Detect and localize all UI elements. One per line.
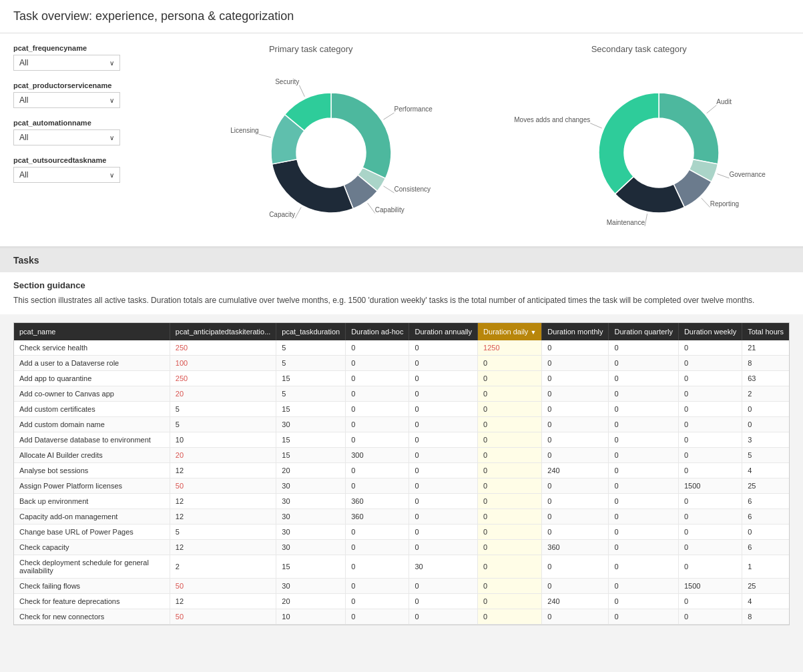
table-cell: 5 — [276, 386, 346, 402]
table-cell: 0 — [678, 463, 742, 478]
table-row: Add custom certificates5150000000 — [14, 402, 789, 417]
table-cell: 0 — [409, 371, 478, 386]
table-cell: 0 — [409, 509, 478, 525]
filters-panel: pcat_frequencynameAll∨pcat_productorserv… — [13, 44, 147, 233]
table-cell: 5 — [276, 340, 346, 356]
donut-label-3: Maintenance — [607, 219, 645, 226]
table-cell: 360 — [346, 494, 409, 509]
table-cell: 15 — [276, 555, 346, 579]
table-cell: 0 — [346, 609, 409, 625]
table-cell: 0 — [542, 525, 609, 540]
table-cell: 0 — [678, 494, 742, 509]
table-cell: 0 — [542, 448, 609, 463]
table-cell: 0 — [409, 463, 478, 478]
col-header-duration_annually[interactable]: Duration annually — [409, 323, 478, 340]
table-cell: 1250 — [478, 340, 542, 356]
table-cell: 0 — [609, 432, 678, 448]
table-cell: 0 — [542, 494, 609, 509]
table-cell: 360 — [346, 509, 409, 525]
table-cell: 0 — [478, 494, 542, 509]
tasks-table-container: pcat_namepcat_anticipatedtaskiteratio...… — [13, 322, 790, 625]
table-cell: 0 — [409, 609, 478, 625]
table-cell: 15 — [276, 371, 346, 386]
table-cell: 0 — [678, 386, 742, 402]
filter-group-pcat_productorservicename: pcat_productorservicenameAll∨ — [13, 81, 147, 108]
donut-label-0: Performance — [394, 105, 433, 113]
donut-label-line-3 — [645, 214, 647, 226]
secondary-chart-title: Secondary task category — [591, 44, 687, 54]
table-cell: Check for new connectors — [14, 609, 170, 625]
col-header-duration_monthly[interactable]: Duration monthly — [542, 323, 609, 340]
table-cell: Add co-owner to Canvas app — [14, 386, 170, 402]
donut-label-2: Capability — [375, 206, 405, 214]
col-header-duration_weekly[interactable]: Duration weekly — [678, 323, 742, 340]
table-cell: 0 — [346, 579, 409, 594]
table-cell: 30 — [409, 555, 478, 579]
table-cell: 0 — [478, 478, 542, 494]
filter-select-pcat_productorservicename[interactable]: All∨ — [13, 92, 120, 108]
table-cell: 20 — [170, 448, 276, 463]
col-header-pcat_anticipatedtaskiteratio[interactable]: pcat_anticipatedtaskiteratio... — [170, 323, 276, 340]
table-cell: Check capacity — [14, 540, 170, 555]
col-header-duration_adhoc[interactable]: Duration ad-hoc — [346, 323, 409, 340]
table-row: Check failing flows503000000150025 — [14, 579, 789, 594]
table-cell: 0 — [409, 478, 478, 494]
table-cell: 4 — [742, 463, 789, 478]
filter-select-pcat_outsourcedtaskname[interactable]: All∨ — [13, 167, 120, 183]
table-cell: 0 — [609, 525, 678, 540]
table-cell: 0 — [678, 540, 742, 555]
table-row: Add co-owner to Canvas app2050000002 — [14, 386, 789, 402]
col-header-pcat_taskduration[interactable]: pcat_taskduration — [276, 323, 346, 340]
table-cell: 8 — [742, 356, 789, 371]
table-row: Change base URL of Power Pages5300000000 — [14, 525, 789, 540]
table-cell: 0 — [346, 463, 409, 478]
table-cell: 0 — [409, 448, 478, 463]
page-title: Task overview: experience, persona & cat… — [0, 0, 803, 33]
table-cell: 0 — [609, 402, 678, 417]
table-cell: Add Dataverse database to environment — [14, 432, 170, 448]
donut-label-line-1 — [383, 186, 394, 193]
tasks-table: pcat_namepcat_anticipatedtaskiteratio...… — [14, 323, 789, 625]
table-cell: 6 — [742, 494, 789, 509]
table-cell: 15 — [276, 432, 346, 448]
table-cell: 0 — [409, 594, 478, 609]
table-cell: Check service health — [14, 340, 170, 356]
table-cell: 0 — [346, 371, 409, 386]
table-cell: 0 — [478, 371, 542, 386]
col-header-duration_daily[interactable]: Duration daily ▼ — [478, 323, 542, 340]
table-cell: 0 — [609, 579, 678, 594]
filter-select-pcat_frequencyname[interactable]: All∨ — [13, 55, 120, 71]
table-cell: 0 — [542, 371, 609, 386]
table-cell: 0 — [409, 417, 478, 432]
table-cell: 0 — [478, 609, 542, 625]
table-cell: 15 — [276, 448, 346, 463]
table-cell: 30 — [276, 417, 346, 432]
table-cell: 0 — [409, 432, 478, 448]
table-row: Check for new connectors50100000008 — [14, 609, 789, 625]
table-cell: 0 — [609, 509, 678, 525]
col-header-duration_quarterly[interactable]: Duration quarterly — [609, 323, 678, 340]
table-cell: 0 — [678, 356, 742, 371]
table-cell: 20 — [276, 463, 346, 478]
donut-label-line-0 — [707, 105, 717, 113]
table-cell: 21 — [742, 340, 789, 356]
table-cell: 100 — [170, 356, 276, 371]
donut-segment-4 — [599, 93, 659, 194]
section-guidance: Section guidance This section illustrate… — [0, 272, 803, 314]
table-cell: 5 — [276, 356, 346, 371]
table-cell: 0 — [478, 402, 542, 417]
table-cell: 0 — [609, 494, 678, 509]
table-cell: 0 — [478, 509, 542, 525]
col-header-pcat_name[interactable]: pcat_name — [14, 323, 170, 340]
filter-select-pcat_automationname[interactable]: All∨ — [13, 129, 120, 145]
table-cell: 25 — [742, 478, 789, 494]
table-cell: 2 — [742, 386, 789, 402]
table-cell: 0 — [346, 540, 409, 555]
table-cell: 0 — [678, 340, 742, 356]
table-cell: 0 — [609, 478, 678, 494]
table-cell: 0 — [478, 579, 542, 594]
col-header-total_hours[interactable]: Total hours — [742, 323, 789, 340]
table-cell: 0 — [409, 402, 478, 417]
filter-label-pcat_automationname: pcat_automationname — [13, 119, 147, 127]
table-cell: 25 — [742, 579, 789, 594]
